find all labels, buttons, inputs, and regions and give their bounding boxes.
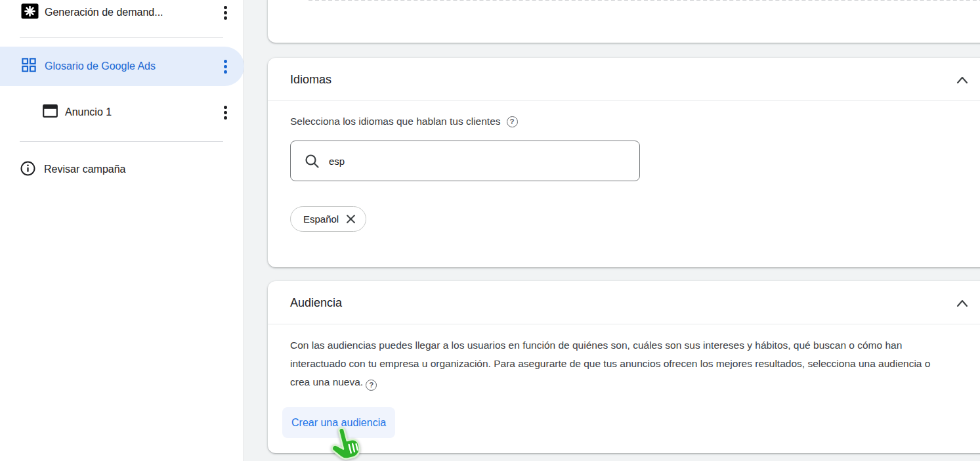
audience-description-text: Con las audiencias puedes llegar a los u… [290, 340, 930, 387]
ad-group-kebab-menu-icon[interactable] [220, 56, 231, 77]
previous-section-card [268, 0, 980, 43]
sidebar-item-ad-group-selected[interactable]: Glosario de Google Ads [0, 47, 244, 86]
language-search-input[interactable] [329, 156, 629, 167]
language-chip-espanol[interactable]: Español [290, 206, 366, 232]
campaign-setup-screen: Generación de demand... Glosario de Goog… [0, 0, 980, 461]
sidebar-ad-group-label: Glosario de Google Ads [45, 60, 156, 72]
campaign-kebab-menu-icon[interactable] [220, 2, 231, 24]
languages-section-header: Idiomas [268, 58, 980, 101]
ad-group-grid-icon [22, 58, 36, 75]
sidebar-campaign-label: Generación de demand... [45, 7, 163, 18]
dashed-edge-decoration [309, 0, 980, 1]
sidebar-item-ad[interactable]: Anuncio 1 [0, 98, 244, 127]
ad-kebab-menu-icon[interactable] [220, 102, 231, 123]
languages-section-card: Idiomas Selecciona los idiomas que habla… [268, 58, 980, 267]
audience-section-title: Audiencia [290, 296, 342, 309]
sidebar-divider [20, 141, 223, 142]
language-search-box[interactable] [290, 141, 640, 181]
audience-collapse-button[interactable] [954, 296, 970, 311]
languages-field-label-row: Selecciona los idiomas que hablan tus cl… [290, 116, 518, 127]
sidebar-review-label: Revisar campaña [44, 164, 126, 175]
chevron-up-icon [955, 296, 969, 311]
audience-description: Con las audiencias puedes llegar a los u… [290, 336, 940, 391]
sidebar-item-review-campaign[interactable]: Revisar campaña [0, 156, 244, 183]
languages-field-label: Selecciona los idiomas que hablan tus cl… [290, 116, 501, 127]
sidebar-divider [20, 37, 223, 38]
audience-section-card: Audiencia Con las audiencias puedes lleg… [268, 281, 980, 453]
sidebar-item-campaign[interactable]: Generación de demand... [0, 0, 244, 25]
demand-gen-campaign-icon [21, 3, 39, 22]
languages-section-title: Idiomas [290, 72, 331, 86]
search-icon [305, 154, 320, 169]
hand-cursor-icon [328, 425, 364, 461]
help-icon[interactable]: ? [507, 116, 518, 127]
languages-collapse-button[interactable] [954, 72, 970, 88]
language-chip-label: Español [303, 213, 339, 225]
campaign-steps-sidebar: Generación de demand... Glosario de Goog… [0, 0, 244, 461]
ad-window-icon [43, 104, 58, 120]
info-icon [20, 161, 35, 179]
help-icon[interactable]: ? [366, 380, 377, 391]
chevron-up-icon [955, 73, 969, 87]
chip-remove-icon[interactable] [346, 214, 356, 224]
audience-section-header: Audiencia [268, 281, 980, 324]
sidebar-ad-label: Anuncio 1 [65, 106, 112, 118]
